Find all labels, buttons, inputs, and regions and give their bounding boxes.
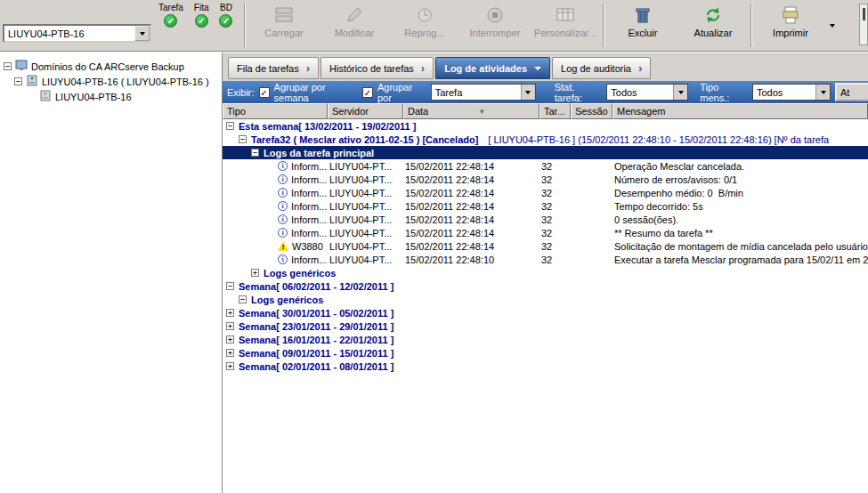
task-status-select-arrow[interactable] (673, 85, 687, 100)
log-message-cell: Tempo decorrido: 5s (612, 201, 868, 212)
tab-log-de-atividades[interactable]: Log de atividades (435, 57, 550, 79)
task-row[interactable]: −Tarefa32 ( Mesclar ativo 2011-02-15 ) [… (223, 133, 868, 146)
group-by-select[interactable]: Tarefa (431, 84, 536, 101)
atualizar-button[interactable]: Atualizar (677, 0, 748, 51)
expander-icon[interactable]: − (14, 77, 22, 85)
tree-item-dominios-do-ca-arcserve-backup[interactable]: −Domínios do CA ARCserve Backup (2, 59, 220, 74)
expander-icon[interactable]: + (226, 322, 234, 330)
log-entry-row[interactable]: iInform...LIUYU04-PT...15/02/2011 22:48:… (223, 226, 868, 239)
info-icon: i (278, 214, 288, 224)
sort-arrow-icon: ▼ (478, 108, 485, 116)
main-content: −Domínios do CA ARCserve Backup−LIUYU04-… (0, 52, 868, 493)
expander-icon[interactable]: − (4, 62, 12, 70)
stop-icon (484, 4, 506, 26)
week-group-row[interactable]: +Semana[ 02/01/2011 - 08/01/2011 ] (223, 360, 868, 373)
column-header-data[interactable]: Data▼ (403, 103, 539, 119)
log-task-cell: 32 (539, 174, 571, 185)
log-entry-row[interactable]: iInform...LIUYU04-PT...15/02/2011 22:48:… (223, 186, 868, 199)
server-combobox-arrow[interactable] (134, 26, 150, 41)
tab-historico-de-tarefas[interactable]: Histórico de tarefas› (320, 57, 434, 79)
log-message-cell: ** Resumo da tarefa ** (612, 228, 868, 238)
column-header-mensagem[interactable]: Mensagem (612, 103, 868, 119)
column-header-sessao[interactable]: Sessão (571, 103, 612, 119)
update-button[interactable]: At (835, 83, 868, 101)
column-header-label: Tipo (227, 106, 246, 117)
message-type-select-arrow[interactable] (815, 85, 830, 100)
week-group-row[interactable]: +Semana[ 30/01/2011 - 05/02/2011 ] (223, 306, 868, 319)
column-header-tar[interactable]: Tar... (539, 103, 571, 119)
expander-icon[interactable]: − (239, 295, 247, 303)
print-dropdown-button[interactable] (825, 0, 840, 51)
row-label: Esta semana[ 13/02/2011 - 19/02/2011 ] (239, 121, 416, 132)
column-header-servidor[interactable]: Servidor (328, 103, 403, 119)
week-group-row[interactable]: −Semana[ 06/02/2011 - 12/02/2011 ] (223, 279, 868, 293)
expander-icon[interactable]: + (226, 335, 234, 343)
log-entry-row[interactable]: iInform...LIUYU04-PT...15/02/2011 22:48:… (223, 159, 868, 173)
server-combobox[interactable]: LIUYU04-PTB-16 (3, 24, 151, 43)
log-table-header: TipoServidorData▼Tar...SessãoMensagem (223, 103, 868, 119)
log-type-label: Inform... (291, 255, 327, 265)
info-icon: i (278, 228, 288, 238)
message-type-label: Tipo mens.: (700, 82, 748, 103)
modificar-button: Modificar (319, 0, 389, 51)
tab-log-de-auditoria[interactable]: Log de auditoria› (552, 57, 651, 79)
expander-icon[interactable]: + (226, 349, 234, 357)
group-by-week-checkbox[interactable] (259, 87, 270, 98)
tree-item-label: LIUYU04-PTB-16 ( LIUYU04-PTB-16 ) (42, 77, 209, 87)
log-section-row[interactable]: +Logs genéricos (223, 266, 868, 279)
log-entry-row[interactable]: iInform...LIUYU04-PT...15/02/2011 22:48:… (223, 199, 868, 213)
log-message-cell: Número de erros/avisos: 0/1 (612, 174, 868, 185)
expander-icon[interactable]: + (226, 362, 234, 370)
server-tree: −Domínios do CA ARCserve Backup−LIUYU04-… (0, 53, 223, 493)
personalizar-button: Personalizar... (530, 0, 600, 51)
tree-item-liuyu04-ptb-16-liuyu04-ptb-16[interactable]: −LIUYU04-PTB-16 ( LIUYU04-PTB-16 ) (2, 74, 220, 89)
refresh-icon (702, 4, 724, 26)
row-label: Semana[ 30/01/2011 - 05/02/2011 ] (239, 308, 393, 319)
log-type-cell: iInform... (223, 201, 328, 212)
group-by-select-arrow[interactable] (521, 85, 535, 100)
tree-item-liuyu04-ptb-16[interactable]: LIUYU04-PTB-16 (2, 89, 220, 104)
week-group-row[interactable]: +Semana[ 16/01/2011 - 22/01/2011 ] (223, 333, 868, 346)
log-date-cell: 15/02/2011 22:48:14 (403, 201, 539, 212)
excluir-button[interactable]: Excluir (607, 0, 677, 51)
log-section-row[interactable]: −Logs genéricos (223, 293, 868, 306)
log-server-cell: LIUYU04-PT... (328, 228, 403, 238)
message-type-select[interactable]: Todos (752, 84, 831, 101)
expander-icon[interactable]: − (226, 282, 234, 290)
week-group-row[interactable]: +Semana[ 09/01/2011 - 15/01/2011 ] (223, 346, 868, 360)
log-entry-row[interactable]: !W3880LIUYU04-PT...15/02/2011 22:48:1432… (223, 239, 868, 253)
log-server-cell: LIUYU04-PT... (328, 241, 403, 252)
status-ok-icon: ✓ (219, 14, 232, 28)
toolbar: LIUYU04-PTB-16 Tarefa✓Fita✓BD✓ CarregarM… (0, 0, 868, 52)
status-indicators: Tarefa✓Fita✓BD✓ (155, 0, 241, 51)
expander-icon[interactable]: + (226, 309, 234, 317)
toolbar-overflow-button[interactable] (859, 4, 868, 45)
expander-icon[interactable]: + (251, 269, 259, 277)
tab-fila-de-tarefas[interactable]: Fila de tarefas› (228, 57, 319, 79)
row-label: Semana[ 23/01/2011 - 29/01/2011 ] (239, 321, 393, 332)
expander-icon[interactable]: − (239, 135, 247, 143)
task-status-select[interactable]: Todos (606, 84, 688, 101)
log-section-row[interactable]: −Logs da tarefa principal (223, 146, 868, 159)
log-date-cell: 15/02/2011 22:48:14 (403, 241, 539, 252)
log-type-label: Inform... (291, 161, 327, 172)
week-group-row[interactable]: +Semana[ 23/01/2011 - 29/01/2011 ] (223, 319, 868, 333)
log-type-cell: iInform... (223, 228, 328, 238)
imprimir-button[interactable]: Imprimir (755, 0, 825, 51)
log-entry-row[interactable]: iInform...LIUYU04-PT...15/02/2011 22:48:… (223, 173, 868, 186)
chevron-right-icon: › (421, 62, 425, 74)
row-label: Logs genéricos (251, 295, 323, 305)
column-header-tipo[interactable]: Tipo (223, 103, 328, 119)
log-entry-row[interactable]: iInform...LIUYU04-PT...15/02/2011 22:48:… (223, 213, 868, 226)
log-type-label: Inform... (291, 228, 327, 238)
column-header-label: Tar... (544, 106, 565, 117)
log-task-cell: 32 (539, 241, 571, 252)
group-by-checkbox[interactable] (362, 87, 373, 98)
dropdown-arrow-icon (140, 32, 145, 36)
expander-icon[interactable]: − (251, 149, 259, 157)
log-date-cell: 15/02/2011 22:48:14 (403, 214, 539, 225)
column-header-label: Mensagem (617, 106, 665, 117)
expander-icon[interactable]: − (226, 122, 234, 130)
week-group-row[interactable]: −Esta semana[ 13/02/2011 - 19/02/2011 ] (223, 119, 868, 133)
log-entry-row[interactable]: iInform...LIUYU04-PT...15/02/2011 22:48:… (223, 253, 868, 266)
